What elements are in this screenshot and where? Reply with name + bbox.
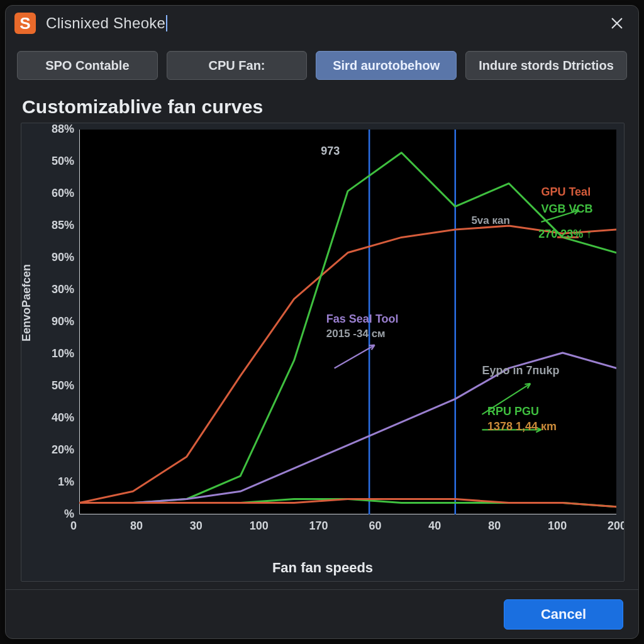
chart-annotation-fas-sub: 2015 -34 cм <box>326 328 386 340</box>
tab-sird[interactable]: Sird aurotobehow <box>316 51 457 80</box>
y-tick-label: 88% <box>52 123 74 136</box>
tab-cpu[interactable]: CPU Fan: <box>167 51 308 80</box>
y-tick-label: 10% <box>52 347 74 360</box>
close-button[interactable] <box>604 11 630 36</box>
y-tick-label: 90% <box>52 315 74 328</box>
chart-annotation-vgb-vcb: VGB VCB <box>541 203 592 216</box>
x-tick-label: 80 <box>130 519 143 533</box>
app-icon: S <box>14 13 36 34</box>
tab-spo[interactable]: SPO Contable <box>17 51 158 80</box>
section-title: Customizablive fan curves <box>22 96 623 118</box>
chart-annotation-rpu-pgu: RPU PGU <box>487 405 539 418</box>
y-tick-label: 90% <box>52 251 74 264</box>
cancel-button[interactable]: Cancel <box>504 599 623 630</box>
y-axis-title: EenvoPaefcen <box>21 264 33 341</box>
title-text: Clisnixed Sheoke <box>46 14 165 31</box>
titlebar: S Clisnixed Sheoke <box>6 6 638 41</box>
fan-curve-chart[interactable]: EenvoPaefcenFan fan speeds88%50%60%85%90… <box>21 123 625 582</box>
chart-annotation-eypo: Eypo in 7пukp <box>482 364 560 377</box>
close-icon <box>610 16 624 30</box>
y-tick-label: 60% <box>52 187 74 200</box>
y-tick-label: 30% <box>52 283 74 296</box>
dialog-window: S Clisnixed Sheoke SPO Contable CPU Fan:… <box>5 5 639 639</box>
x-tick-label: 30 <box>190 519 203 533</box>
x-tick-label: 100 <box>250 519 269 533</box>
chart-annotation-gpu-teal: GPU Teal <box>541 186 591 199</box>
chart-annotation-rpu-sub: 1378 1,44 кm <box>487 420 557 433</box>
window-title: Clisnixed Sheoke <box>46 14 168 32</box>
chart-annotation-top-value: 973 <box>321 145 340 158</box>
x-tick-label: 100 <box>548 519 567 533</box>
y-tick-label: 40% <box>52 411 74 425</box>
x-tick-label: 40 <box>428 519 441 533</box>
y-tick-label: 85% <box>52 219 74 232</box>
y-tick-label: % <box>64 508 74 521</box>
caret-icon <box>166 15 167 31</box>
x-tick-label: 200 <box>608 519 625 533</box>
y-tick-label: 50% <box>52 155 74 168</box>
x-tick-label: 80 <box>488 519 501 533</box>
y-tick-label: 50% <box>52 379 74 392</box>
chart-annotation-red-pct: 270 23% ↑ <box>538 228 592 241</box>
content-area: Customizablive fan curves EenvoPaefcenFa… <box>6 80 638 586</box>
x-tick-label: 0 <box>70 519 77 533</box>
dialog-footer: Cancel <box>6 589 638 638</box>
tab-bar: SPO Contable CPU Fan: Sird aurotobehow I… <box>6 41 638 80</box>
chart-annotation-sva-kan: 5va кan <box>471 214 509 227</box>
y-tick-label: 1% <box>58 475 74 489</box>
tab-indure[interactable]: Indure stords Dtrictios <box>465 51 627 80</box>
y-tick-label: 20% <box>52 443 74 457</box>
x-axis-title: Fan fan speeds <box>272 560 373 576</box>
chart-annotation-fas-tool: Fas Seal Tool <box>326 313 399 326</box>
x-tick-label: 170 <box>309 519 328 533</box>
x-tick-label: 60 <box>369 519 381 533</box>
